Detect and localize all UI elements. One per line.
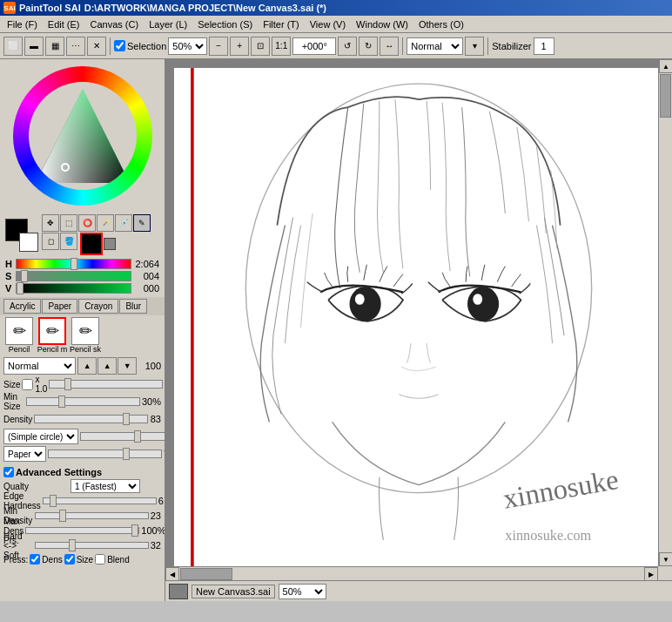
menu-view[interactable]: View (V)	[305, 17, 351, 31]
min-size-slider[interactable]	[26, 397, 140, 406]
tab-acrylic[interactable]: Acrylic	[3, 299, 41, 314]
size-slider[interactable]	[49, 380, 163, 389]
quality-select[interactable]: 1 (Fastest)	[71, 479, 140, 493]
vertical-scrollbar[interactable]: ▲ ▼	[658, 59, 672, 566]
max-dens-prs-value: 100%	[141, 525, 165, 536]
s-label: S	[5, 271, 14, 281]
canvas-area[interactable]: xinnosuke xinnosuke.com ▲ ▼ ◀ ▶	[165, 59, 672, 580]
toolbar-btn-2[interactable]: ▬	[24, 37, 44, 56]
toolbar: ⬜ ▬ ▦ ⋯ ✕ Selection 50% − + ⊡ 1:1 ↺ ↻ ↔ …	[0, 33, 672, 59]
bump-alt-btn[interactable]: ▼	[118, 357, 137, 375]
color-block[interactable]	[80, 233, 103, 255]
edge-hardness-slider[interactable]	[43, 497, 157, 504]
canvas-thumbnail	[169, 584, 188, 599]
svg-point-7	[467, 287, 499, 321]
max-dens-prs-slider[interactable]	[25, 527, 139, 534]
blend-mode-select[interactable]: Normal	[407, 37, 463, 55]
min-density-slider[interactable]	[35, 512, 149, 519]
brush-presets: ✏ Pencil ✏ Pencil m ✏ Pencil sk	[0, 315, 165, 355]
bump-up-btn[interactable]: ▲	[77, 357, 97, 375]
pen-tool[interactable]: ✎	[133, 214, 151, 232]
color-swatches	[5, 219, 38, 252]
preset-pencil-sk-icon[interactable]: ✏	[71, 317, 99, 345]
canvas-inner[interactable]: xinnosuke xinnosuke.com	[174, 68, 663, 571]
press-label: Press:	[3, 555, 28, 565]
rotate-left-btn[interactable]: ↺	[338, 37, 357, 56]
hard-soft-slider[interactable]	[35, 542, 149, 549]
menu-canvas[interactable]: Canvas (C)	[85, 17, 144, 31]
tab-crayon[interactable]: Crayon	[78, 299, 118, 314]
rotation-input[interactable]	[292, 37, 336, 55]
zoom-out-btn[interactable]: −	[209, 37, 228, 56]
scroll-left-btn[interactable]: ◀	[165, 567, 179, 580]
background-swatch[interactable]	[19, 233, 38, 252]
scroll-right-btn[interactable]: ▶	[644, 567, 658, 580]
density-value: 83	[150, 414, 161, 424]
move-tool[interactable]: ✥	[42, 214, 59, 232]
color-triangle-area[interactable]	[29, 82, 137, 190]
rotate-right-btn[interactable]: ↻	[359, 37, 378, 56]
menu-layer[interactable]: Layer (L)	[144, 17, 192, 31]
texture-select[interactable]: Paper	[3, 446, 46, 462]
advanced-settings-header: Advanced Settings	[0, 465, 165, 479]
hue-slider[interactable]	[16, 259, 131, 269]
hard-soft-value: 32	[151, 540, 162, 551]
selection-checkbox[interactable]	[114, 40, 125, 51]
menu-filter[interactable]: Filter (T)	[258, 17, 305, 31]
saturation-row: S 004	[5, 271, 159, 281]
shape-select[interactable]: (Simple circle)	[3, 429, 78, 444]
mode-btn[interactable]: ▾	[465, 37, 484, 56]
brush-blend-mode-select[interactable]: Normal	[3, 357, 76, 375]
v-scroll-thumb[interactable]	[660, 74, 671, 118]
toolbar-btn-3[interactable]: ▦	[45, 37, 64, 56]
size-link-checkbox[interactable]	[22, 379, 33, 390]
stabilizer-input[interactable]	[534, 37, 554, 55]
preset-pencil-m-icon[interactable]: ✏	[38, 317, 66, 345]
color-section	[0, 59, 165, 213]
zoom-select[interactable]: 50%	[168, 37, 207, 55]
eyedropper-tool[interactable]: 💉	[115, 214, 132, 232]
menu-selection[interactable]: Selection (S)	[192, 17, 258, 31]
fit-btn[interactable]: ⊡	[251, 37, 270, 56]
opacity-value: 100	[138, 361, 161, 371]
status-zoom-select[interactable]: 50%	[279, 584, 326, 599]
h-scroll-thumb[interactable]	[180, 568, 232, 580]
press-size-checkbox[interactable]	[64, 554, 75, 565]
menu-file[interactable]: File (F)	[2, 17, 43, 31]
toolbar-btn-5[interactable]: ✕	[87, 37, 106, 56]
flip-btn[interactable]: ↔	[380, 37, 399, 56]
color-swatches-row: ✥ ⬚ ⭕ 🪄 💉 ✎ ◻ 🪣	[0, 213, 165, 257]
eraser-tool[interactable]: ◻	[42, 233, 59, 250]
horizontal-scrollbar[interactable]: ◀ ▶	[165, 566, 658, 580]
toolbar-btn-1[interactable]: ⬜	[3, 37, 23, 56]
tab-paper[interactable]: Paper	[42, 299, 77, 314]
lasso-tool[interactable]: ⭕	[78, 214, 96, 232]
fill-tool[interactable]: 🪣	[60, 233, 77, 250]
value-slider[interactable]	[16, 283, 131, 294]
tab-blur[interactable]: Blur	[119, 299, 147, 314]
menu-edit[interactable]: Edit (E)	[43, 17, 85, 31]
press-blend-checkbox[interactable]	[95, 554, 105, 565]
press-dens-checkbox[interactable]	[30, 554, 40, 565]
color-wheel-container[interactable]	[13, 66, 152, 206]
scroll-down-btn[interactable]: ▼	[659, 552, 672, 566]
zoom-in-btn[interactable]: +	[230, 37, 249, 56]
saturation-slider[interactable]	[16, 271, 131, 281]
actual-size-btn[interactable]: 1:1	[272, 37, 291, 56]
scroll-up-btn[interactable]: ▲	[659, 59, 672, 73]
wand-tool[interactable]: 🪄	[97, 214, 114, 232]
pattern-block[interactable]	[104, 238, 116, 250]
preset-pencil-icon[interactable]: ✏	[5, 317, 33, 345]
scrollbar-corner	[658, 566, 672, 580]
adv-settings-checkbox[interactable]	[3, 467, 14, 477]
toolbar-btn-4[interactable]: ⋯	[66, 37, 85, 56]
min-size-value: 30%	[142, 396, 161, 407]
v-label: V	[5, 283, 14, 294]
menu-others[interactable]: Others (O)	[413, 17, 469, 31]
marquee-tool[interactable]: ⬚	[60, 214, 77, 232]
bump-down-btn[interactable]: ▲	[97, 357, 117, 375]
menu-window[interactable]: Window (W)	[351, 17, 413, 31]
texture-slider[interactable]	[48, 450, 162, 458]
density-slider[interactable]	[34, 415, 148, 423]
shape-slider[interactable]	[80, 432, 165, 441]
